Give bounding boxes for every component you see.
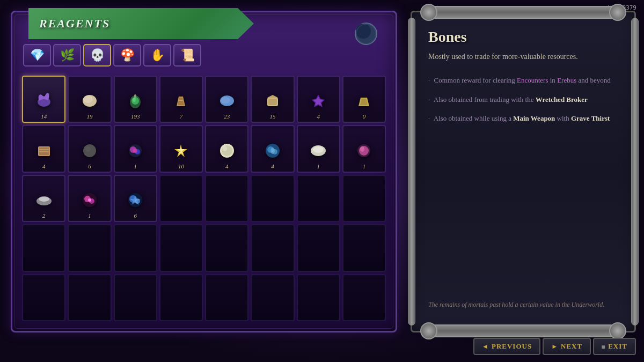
previous-button[interactable]: ◄ PREVIOUS [473, 338, 540, 355]
detail-content: Bones Mostly used to trade for more-valu… [412, 12, 634, 331]
grid-cell-32 [22, 274, 65, 321]
grid-cell-18[interactable]: 6 [114, 175, 157, 222]
cell-count-12: 4 [225, 163, 229, 169]
cell-count-18: 6 [134, 212, 137, 219]
cell-count-1: 19 [86, 113, 92, 120]
bullet-2: · Also obtained from trading with the Wr… [428, 94, 618, 105]
tab-gems[interactable]: 💎 [23, 44, 51, 67]
grid-cell-11[interactable]: 10 [159, 125, 203, 172]
cell-count-9: 6 [88, 163, 91, 169]
grid-cell-3[interactable]: 7 [159, 76, 203, 123]
cell-count-8: 4 [42, 163, 46, 169]
bullet-char-2: · [428, 95, 430, 104]
bullet-3-before: Also obtained while using a [434, 114, 513, 122]
grid-cell-30 [297, 224, 340, 271]
grid-cell-27 [159, 224, 203, 271]
grid-cell-6[interactable]: 4 [297, 76, 340, 123]
cell-icon-9 [81, 142, 98, 162]
grid-cell-2[interactable]: 193 [114, 76, 157, 123]
svg-point-41 [223, 146, 227, 151]
svg-point-56 [88, 198, 91, 202]
grid-cell-4[interactable]: 23 [205, 76, 248, 123]
grid-cell-36 [205, 274, 248, 321]
cell-icon-5 [264, 92, 281, 112]
grid-cell-12[interactable]: 4 [205, 125, 248, 172]
tab-hands[interactable]: ✋ [143, 44, 171, 67]
grid-cell-26 [114, 224, 157, 271]
header-banner: Reagents [28, 8, 254, 39]
grid-cell-7[interactable]: 0 [342, 76, 386, 123]
grid-cell-13[interactable]: 4 [251, 125, 294, 172]
grid-cell-37 [251, 274, 294, 321]
cell-icon-18 [127, 191, 144, 211]
svg-point-13 [133, 98, 136, 102]
grid-cell-21 [251, 175, 294, 222]
svg-point-1 [356, 24, 371, 39]
scroll-left-bar [408, 18, 415, 326]
svg-point-9 [83, 95, 93, 103]
cell-icon-2 [127, 92, 144, 112]
grid-cell-38 [297, 274, 340, 321]
cell-icon-7 [355, 92, 372, 112]
bullet-1-mid: in [548, 76, 558, 84]
cell-icon-6 [310, 92, 327, 112]
grid-cell-24 [22, 224, 65, 271]
tab-mushrooms[interactable]: 🍄 [113, 44, 141, 67]
cell-icon-11 [172, 142, 189, 162]
previous-arrow-icon: ◄ [482, 343, 488, 351]
grid-cell-16[interactable]: 2 [22, 175, 65, 222]
grid-cell-20 [205, 175, 248, 222]
cell-count-7: 0 [363, 113, 366, 120]
cell-count-14: 1 [317, 163, 320, 169]
tab-plants[interactable]: 🌿 [53, 44, 81, 67]
grid-cell-15[interactable]: 1 [342, 125, 386, 172]
bullet-1: · Common reward for clearing Encounters … [428, 75, 618, 86]
svg-point-52 [39, 196, 49, 202]
cell-icon-10 [127, 142, 144, 162]
grid-cell-29 [251, 224, 294, 271]
bullet-1-highlight1: Encounters [517, 76, 548, 84]
cell-icon-3 [172, 92, 189, 112]
cell-count-16: 2 [42, 212, 46, 219]
cell-icon-16 [35, 191, 53, 211]
item-description: Mostly used to trade for more-valuable r… [428, 51, 618, 62]
cell-icon-12 [218, 142, 236, 162]
grid-cell-14[interactable]: 1 [297, 125, 340, 172]
scroll-bottom-decoration [427, 324, 620, 337]
grid-cell-8[interactable]: 4 [22, 125, 65, 172]
exit-button[interactable]: ■ EXIT [593, 338, 636, 355]
cell-icon-14 [310, 142, 327, 162]
cell-count-3: 7 [180, 113, 183, 120]
tab-scrolls[interactable]: 📜 [173, 44, 201, 67]
grid-cell-39 [342, 274, 386, 321]
grid-cell-1[interactable]: 19 [68, 76, 111, 123]
bullet-3-bold2: Grave Thirst [571, 114, 610, 122]
main-panel: Reagents 💎🌿💀🍄✋📜 14 19 193 [11, 11, 397, 333]
bullet-char-3: · [428, 114, 430, 122]
grid-cell-10[interactable]: 1 [114, 125, 157, 172]
svg-point-32 [85, 146, 91, 152]
cell-icon-15 [355, 142, 372, 162]
grid-cell-5[interactable]: 15 [251, 76, 294, 123]
detail-panel: Bones Mostly used to trade for more-valu… [411, 11, 636, 333]
bullet-2-bold: Wretched Broker [536, 95, 588, 104]
next-arrow-icon: ► [551, 343, 558, 351]
cell-count-4: 23 [224, 113, 230, 120]
grid-cell-34 [114, 274, 157, 321]
grid-cell-9[interactable]: 6 [68, 125, 111, 172]
tab-bones[interactable]: 💀 [83, 44, 111, 67]
grid-cell-0[interactable]: 14 [22, 76, 65, 123]
next-button[interactable]: ► NEXT [543, 338, 591, 355]
grid-cell-33 [68, 274, 111, 321]
bullet-3-mid: with [555, 114, 571, 122]
cell-icon-1 [81, 92, 98, 112]
cell-count-6: 4 [317, 113, 320, 120]
grid-cell-25 [68, 224, 111, 271]
svg-point-7 [39, 99, 49, 106]
svg-point-47 [313, 146, 324, 153]
svg-rect-28 [39, 147, 49, 155]
scroll-top-decoration [427, 6, 620, 19]
svg-marker-22 [267, 95, 278, 98]
grid-cell-17[interactable]: 1 [68, 175, 111, 222]
svg-point-36 [133, 149, 137, 153]
